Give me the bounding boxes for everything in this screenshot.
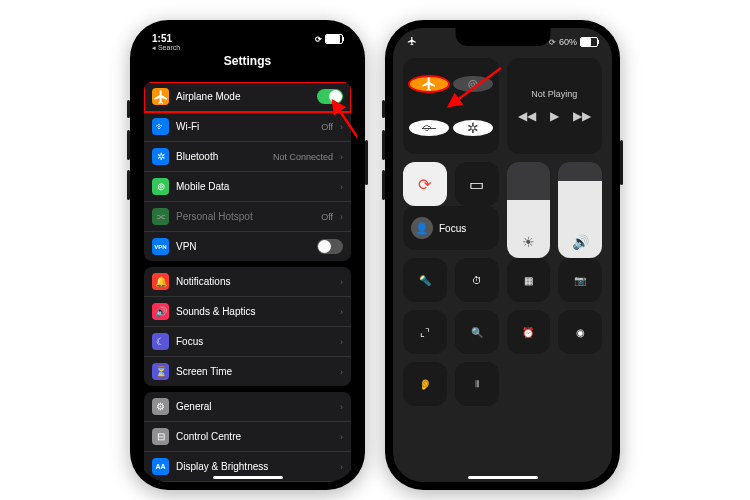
screen-mirroring-button[interactable]: ▭ [455, 162, 499, 206]
airplane-icon [152, 88, 169, 105]
volume-slider[interactable]: 🔊 [558, 162, 602, 258]
row-bluetooth[interactable]: ✲ Bluetooth Not Connected › [144, 142, 351, 172]
sound-recognition-button[interactable]: ⫴ [455, 362, 499, 406]
brightness-icon: ☀ [522, 234, 535, 250]
person-icon: 👤 [411, 217, 433, 239]
settings-group-connectivity: Airplane Mode ᯤ Wi-Fi Off › ✲ Bluetooth … [144, 82, 351, 261]
wifi-icon: ᯤ [152, 118, 169, 135]
hearing-button[interactable]: 👂 [403, 362, 447, 406]
settings-group-notifications: 🔔 Notifications› 🔊 Sounds & Haptics› ☾ F… [144, 267, 351, 386]
camera-button[interactable]: 📷 [558, 258, 602, 302]
phone-control-center: ⟳ 60% ⊚ ᯤ ✲ Not Playing ◀◀ [385, 20, 620, 490]
calculator-button[interactable]: ▦ [507, 258, 551, 302]
row-general[interactable]: ⚙ General› [144, 392, 351, 422]
annotation-arrow [323, 93, 357, 143]
hourglass-icon: ⏳ [152, 363, 169, 380]
row-wifi[interactable]: ᯤ Wi-Fi Off › [144, 112, 351, 142]
magnifier-button[interactable]: 🔍 [455, 310, 499, 354]
settings-group-general: ⚙ General› ⊟ Control Centre› AA Display … [144, 392, 351, 482]
torch-button[interactable]: 🔦 [403, 258, 447, 302]
focus-button[interactable]: 👤 Focus [403, 206, 499, 250]
row-sounds[interactable]: 🔊 Sounds & Haptics› [144, 297, 351, 327]
status-back-link[interactable]: ◂ Search [152, 44, 180, 51]
battery-icon [325, 34, 343, 44]
row-label: Airplane Mode [176, 91, 310, 102]
bell-icon: 🔔 [152, 273, 169, 290]
phone-settings: 1:51 ◂ Search ⟳ Settings Airplane Mode ᯤ… [130, 20, 365, 490]
timer-button[interactable]: ⏱ [455, 258, 499, 302]
alarm-button[interactable]: ⏰ [507, 310, 551, 354]
row-mobile-data[interactable]: ⊚ Mobile Data › [144, 172, 351, 202]
cc-bluetooth-button[interactable]: ✲ [453, 120, 493, 136]
hotspot-icon: ⫘ [152, 208, 169, 225]
media-tile[interactable]: Not Playing ◀◀ ▶ ▶▶ [507, 58, 602, 154]
svg-line-0 [333, 101, 357, 138]
svg-line-1 [449, 68, 501, 106]
play-icon[interactable]: ▶ [550, 109, 559, 123]
volume-icon: 🔊 [572, 234, 589, 250]
row-vpn[interactable]: VPN VPN [144, 232, 351, 261]
antenna-icon: ⊚ [152, 178, 169, 195]
prev-icon[interactable]: ◀◀ [518, 109, 536, 123]
sliders-icon: ⊟ [152, 428, 169, 445]
display-icon: AA [152, 458, 169, 475]
status-time: 1:51 [152, 34, 172, 44]
gear-icon: ⚙ [152, 398, 169, 415]
cc-wifi-button[interactable]: ᯤ [409, 120, 449, 136]
row-screen-time[interactable]: ⏳ Screen Time› [144, 357, 351, 386]
row-personal-hotspot[interactable]: ⫘ Personal Hotspot Off › [144, 202, 351, 232]
row-focus[interactable]: ☾ Focus› [144, 327, 351, 357]
page-title: Settings [138, 50, 357, 76]
home-indicator[interactable] [213, 476, 283, 479]
row-airplane-mode[interactable]: Airplane Mode [144, 82, 351, 112]
next-icon[interactable]: ▶▶ [573, 109, 591, 123]
battery-status: ⟳ 60% [549, 36, 598, 48]
vpn-toggle[interactable] [317, 239, 343, 254]
media-title: Not Playing [531, 89, 577, 99]
airplane-status-icon [407, 36, 417, 48]
row-control-centre[interactable]: ⊟ Control Centre› [144, 422, 351, 452]
scan-button[interactable]: ⌞⌝ [403, 310, 447, 354]
row-notifications[interactable]: 🔔 Notifications› [144, 267, 351, 297]
brightness-slider[interactable]: ☀ [507, 162, 551, 258]
home-indicator[interactable] [468, 476, 538, 479]
orientation-lock-icon: ⟳ [315, 35, 322, 44]
record-button[interactable]: ◉ [558, 310, 602, 354]
vpn-icon: VPN [152, 238, 169, 255]
annotation-arrow [441, 64, 511, 114]
speaker-icon: 🔊 [152, 303, 169, 320]
moon-icon: ☾ [152, 333, 169, 350]
bluetooth-icon: ✲ [152, 148, 169, 165]
orientation-lock-button[interactable]: ⟳ [403, 162, 447, 206]
